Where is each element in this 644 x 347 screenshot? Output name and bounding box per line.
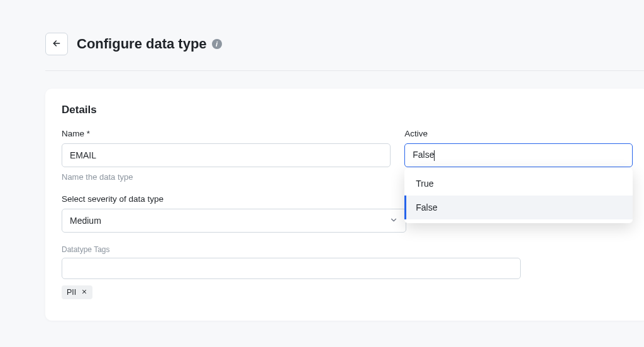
name-field: Name * EMAIL Name the data type bbox=[62, 129, 391, 182]
name-input[interactable]: EMAIL bbox=[62, 143, 391, 167]
active-combobox[interactable]: False bbox=[404, 143, 633, 167]
text-caret bbox=[434, 150, 435, 161]
name-input-value: EMAIL bbox=[70, 150, 96, 160]
severity-field: Select severity of data type Medium bbox=[62, 194, 406, 233]
details-card: Details Name * EMAIL Name the data type … bbox=[45, 89, 644, 321]
header-divider bbox=[45, 70, 644, 71]
active-option-false[interactable]: False bbox=[404, 196, 633, 219]
tags-label: Datatype Tags bbox=[62, 245, 521, 254]
active-option-true[interactable]: True bbox=[404, 172, 633, 196]
active-label: Active bbox=[404, 129, 633, 138]
info-icon: i bbox=[212, 39, 222, 49]
tags-input[interactable] bbox=[62, 258, 521, 279]
severity-label: Select severity of data type bbox=[62, 194, 406, 204]
tags-field: Datatype Tags PII bbox=[62, 245, 521, 299]
page-title-text: Configure data type bbox=[77, 36, 207, 52]
page-title: Configure data type i bbox=[77, 36, 222, 52]
tag-pii: PII bbox=[62, 285, 92, 299]
tag-remove-icon[interactable] bbox=[81, 288, 87, 297]
severity-select[interactable]: Medium bbox=[62, 209, 406, 233]
section-title: Details bbox=[62, 104, 633, 116]
chevron-down-icon bbox=[389, 216, 398, 226]
severity-value: Medium bbox=[70, 216, 101, 226]
arrow-left-icon bbox=[52, 38, 62, 50]
name-label: Name * bbox=[62, 129, 391, 138]
tag-list: PII bbox=[62, 285, 521, 299]
active-value: False bbox=[413, 150, 625, 161]
name-helper: Name the data type bbox=[62, 172, 391, 182]
page-header: Configure data type i bbox=[45, 33, 644, 70]
active-field: Active False True False bbox=[404, 129, 633, 182]
tag-label: PII bbox=[67, 288, 76, 297]
back-button[interactable] bbox=[45, 33, 68, 55]
active-dropdown: True False bbox=[404, 168, 633, 223]
